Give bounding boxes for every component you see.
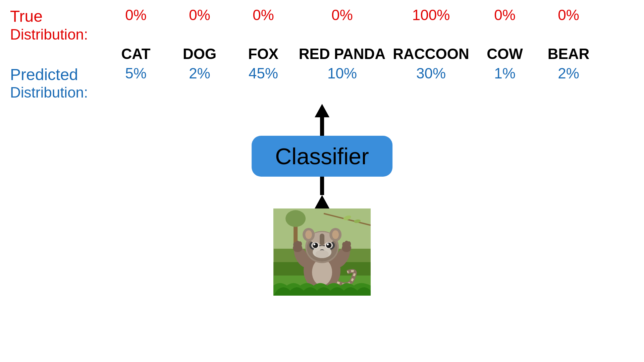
predicted-label-line1: Predicted	[10, 65, 104, 84]
svg-point-30	[313, 243, 318, 248]
arrow-stem-top	[320, 117, 324, 136]
true-dist-cow: 0%	[473, 7, 537, 23]
col-header-dog: DOG	[168, 46, 231, 62]
classifier-label: Classifier	[275, 143, 369, 169]
true-dist-redpanda: 0%	[295, 7, 389, 23]
true-label-line1: True	[10, 7, 104, 26]
pred-dist-bear: 2%	[537, 65, 600, 82]
distribution-area: True Distribution: 0% 0% 0% 0% 100% 0% 0…	[0, 0, 644, 108]
svg-point-5	[285, 210, 306, 227]
arrow-up-bottom	[315, 195, 329, 208]
svg-point-33	[327, 243, 329, 245]
true-label-line2: Distribution:	[10, 26, 104, 43]
svg-point-17	[347, 241, 351, 247]
col-header-raccoon: RACCOON	[389, 46, 473, 62]
col-header-redpanda: RED PANDA	[295, 46, 389, 62]
true-dist-raccoon: 100%	[389, 7, 473, 23]
pred-dist-cat: 5%	[104, 65, 168, 82]
classifier-section: Classifier	[252, 104, 392, 296]
classifier-box: Classifier	[252, 136, 392, 177]
col-header-fox: FOX	[231, 46, 295, 62]
svg-point-12	[298, 241, 302, 247]
svg-point-31	[326, 243, 331, 248]
col-header-bear: BEAR	[537, 46, 600, 62]
col-header-cow: COW	[473, 46, 537, 62]
svg-point-35	[315, 250, 329, 258]
true-dist-bear: 0%	[537, 7, 600, 23]
arrow-up-top	[315, 104, 329, 117]
col-header-cat: CAT	[104, 46, 168, 62]
pred-dist-fox: 45%	[231, 65, 295, 82]
pred-dist-raccoon: 30%	[389, 65, 473, 82]
main-container: True Distribution: 0% 0% 0% 0% 100% 0% 0…	[0, 0, 644, 362]
true-dist-cat: 0%	[104, 7, 168, 23]
pred-dist-cow: 1%	[473, 65, 537, 82]
pred-dist-redpanda: 10%	[295, 65, 389, 82]
true-dist-fox: 0%	[231, 7, 295, 23]
raccoon-image	[273, 208, 371, 296]
svg-rect-36	[320, 234, 324, 245]
arrow-stem-bottom	[320, 177, 324, 195]
svg-point-27	[332, 230, 339, 239]
svg-point-26	[305, 230, 312, 239]
pred-dist-dog: 2%	[168, 65, 231, 82]
svg-point-32	[313, 243, 315, 245]
true-dist-dog: 0%	[168, 7, 231, 23]
predicted-label-line2: Distribution:	[10, 84, 104, 101]
